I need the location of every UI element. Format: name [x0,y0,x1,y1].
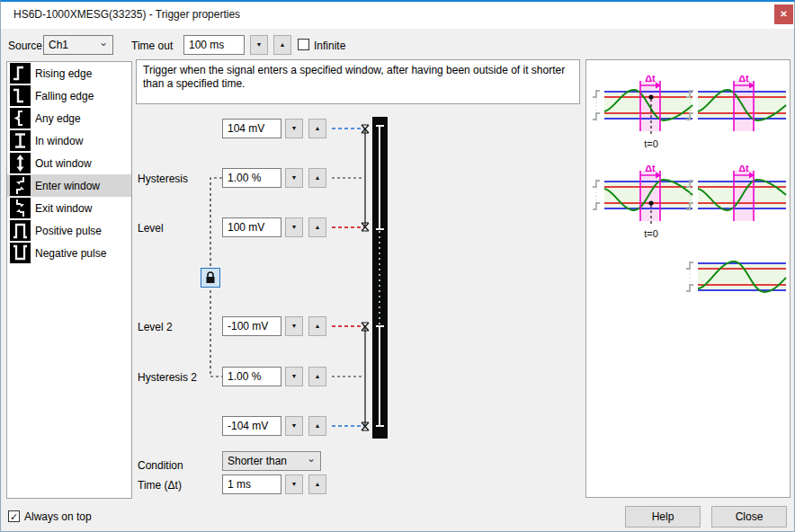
spin-up-icon: ▲ [315,481,321,487]
svg-text:Δt: Δt [645,165,656,173]
upper-bound-input[interactable] [222,119,281,138]
list-item-any-edge[interactable]: Any edge [7,107,131,129]
list-item-exit-window[interactable]: Exit window [7,197,131,219]
spin-down-icon: ▼ [291,323,298,329]
diagram-enter-window-rising-trigger: Δt t=0 [590,75,698,151]
svg-text:Δt: Δt [738,75,749,84]
list-item-positive-pulse[interactable]: Positive pulse [7,219,131,242]
list-item-label: Positive pulse [35,225,102,237]
hysteresis2-input[interactable] [222,367,281,386]
spin-down-icon: ▼ [291,422,298,429]
infinite-label: Infinite [314,40,345,52]
hysteresis2-spin-down[interactable]: ▼ [285,367,303,386]
source-dropdown[interactable]: Ch1 ⌄ [43,35,113,55]
spin-down-icon: ▼ [291,481,298,487]
spin-down-icon: ▼ [291,125,298,131]
timeout-input[interactable] [183,35,245,55]
condition-dropdown[interactable]: Shorter than ⌄ [222,451,321,471]
always-on-top-checkbox[interactable]: ✓ [8,510,20,522]
condition-label: Condition [138,459,183,472]
diagram-enter-window-falling-trigger: Δt t=0 [590,165,698,241]
level2-label: Level 2 [138,321,173,333]
list-item-label: In window [35,135,83,147]
connector-lines [136,110,371,451]
title-bar: HS6D-1000XMESG(33235) - Trigger properti… [1,2,794,29]
level2-spin-up[interactable]: ▲ [308,316,326,336]
level2-input[interactable] [222,316,281,336]
time-label: Time (Δt) [138,479,182,492]
any-edge-icon [10,108,31,129]
upper-bound-spin-down[interactable]: ▼ [285,119,303,138]
level-spin-up[interactable]: ▲ [308,217,326,237]
infinite-checkbox[interactable] [298,39,309,50]
timeout-spin-up[interactable]: ▲ [273,35,291,55]
spin-down-icon: ▼ [291,174,298,181]
list-item-label: Exit window [35,202,92,215]
lower-bound-spin-down[interactable]: ▼ [285,416,303,436]
time-spin-up[interactable]: ▲ [308,474,326,494]
hysteresis2-spin-up[interactable]: ▲ [308,367,326,386]
svg-text:t=0: t=0 [644,138,658,149]
spin-up-icon: ▲ [315,373,321,379]
list-item-rising-edge[interactable]: Rising edge [7,62,131,84]
positive-pulse-icon [10,220,31,241]
time-input[interactable] [222,474,281,494]
list-item-enter-window[interactable]: Enter window [7,174,131,197]
window-title: HS6D-1000XMESG(33235) - Trigger properti… [13,8,240,21]
level-spin-down[interactable]: ▼ [285,217,303,237]
trigger-example-panel: Δt t=0 Δt [585,59,791,498]
hysteresis-spin-up[interactable]: ▲ [308,168,326,188]
rising-edge-icon [10,63,31,84]
level-input[interactable] [222,217,281,237]
lower-bound-spin-up[interactable]: ▲ [308,416,326,436]
trigger-type-list[interactable]: Rising edge Falling edge Any edge In win… [6,61,132,499]
source-value: Ch1 [49,39,68,51]
svg-text:t=0: t=0 [644,228,658,239]
level2-spin-down[interactable]: ▼ [285,316,303,336]
diagram-enter-window-falling: Δt [683,165,791,241]
hysteresis2-label: Hysteresis 2 [138,371,197,384]
close-window-button[interactable]: ✕ [774,4,793,24]
list-item-label: Falling edge [35,90,94,102]
help-button[interactable]: Help [625,506,701,528]
hysteresis-link-lock-button[interactable] [201,268,220,288]
list-item-label: Enter window [35,180,100,192]
lock-icon [205,271,216,284]
diagram-enter-window-rising: Δt [683,75,791,151]
falling-edge-icon [10,85,31,106]
time-spin-down[interactable]: ▼ [285,474,303,494]
hysteresis-label: Hysteresis [138,173,188,185]
list-item-in-window[interactable]: In window [7,129,131,152]
trigger-properties-dialog: HS6D-1000XMESG(33235) - Trigger properti… [0,0,795,532]
close-icon: ✕ [780,9,787,19]
source-label: Source [8,40,42,52]
hysteresis-spin-down[interactable]: ▼ [285,168,303,188]
list-item-falling-edge[interactable]: Falling edge [7,84,131,107]
upper-bound-spin-up[interactable]: ▲ [308,119,326,138]
timeout-spin-down[interactable]: ▼ [250,35,268,55]
spin-up-icon: ▲ [280,41,286,48]
spin-down-icon: ▼ [291,224,298,230]
list-item-label: Any edge [35,112,81,125]
timeout-label: Time out [131,40,173,52]
window-level-slider[interactable] [359,114,395,443]
always-on-top-label: Always on top [24,510,92,523]
lower-bound-input[interactable] [222,416,281,436]
list-item-out-window[interactable]: Out window [7,152,131,174]
chevron-down-icon: ⌄ [307,452,316,465]
spin-down-icon: ▼ [291,373,298,379]
list-item-label: Out window [35,157,92,170]
out-window-icon [10,153,31,173]
negative-pulse-icon [10,243,31,263]
list-item-negative-pulse[interactable]: Negative pulse [7,242,131,264]
svg-text:Δt: Δt [738,165,749,173]
exit-window-icon [10,198,31,218]
list-item-label: Negative pulse [35,247,106,260]
in-window-icon [10,130,31,151]
close-button[interactable]: Close [711,506,787,528]
hysteresis-input[interactable] [222,168,281,188]
svg-text:Δt: Δt [645,75,656,84]
spin-up-icon: ▲ [315,174,321,181]
chevron-down-icon: ⌄ [99,36,108,49]
list-item-label: Rising edge [35,67,92,80]
